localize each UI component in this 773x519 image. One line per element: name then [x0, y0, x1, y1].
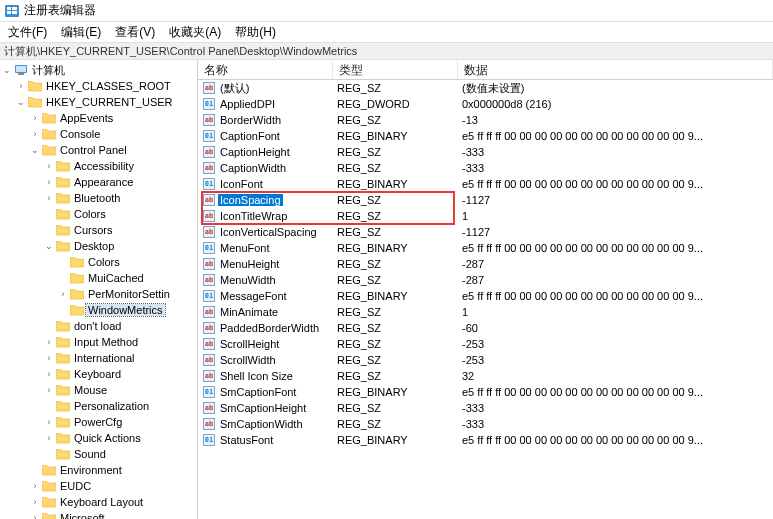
- address-bar[interactable]: 计算机\HKEY_CURRENT_USER\Control Panel\Desk…: [0, 42, 773, 60]
- chevron-icon[interactable]: ›: [44, 177, 54, 187]
- value-row[interactable]: abCaptionHeightREG_SZ-333: [198, 144, 773, 160]
- chevron-icon[interactable]: ›: [30, 513, 40, 519]
- tree-item-keyboard[interactable]: ›Keyboard: [0, 366, 197, 382]
- titlebar[interactable]: 注册表编辑器: [0, 0, 773, 22]
- tree-item-powercfg[interactable]: ›PowerCfg: [0, 414, 197, 430]
- tree-item-inputmethod[interactable]: ›Input Method: [0, 334, 197, 350]
- value-type: REG_SZ: [333, 338, 458, 350]
- value-row[interactable]: abCaptionWidthREG_SZ-333: [198, 160, 773, 176]
- column-name[interactable]: 名称: [198, 60, 333, 79]
- value-row[interactable]: abBorderWidthREG_SZ-13: [198, 112, 773, 128]
- value-row[interactable]: abIconSpacingREG_SZ-1127: [198, 192, 773, 208]
- tree-pane[interactable]: ⌄计算机›HKEY_CLASSES_ROOT⌄HKEY_CURRENT_USER…: [0, 60, 198, 519]
- list-pane[interactable]: 名称 类型 数据 ab(默认)REG_SZ(数值未设置)01AppliedDPI…: [198, 60, 773, 519]
- menu-help[interactable]: 帮助(H): [229, 23, 282, 42]
- tree-item-environment[interactable]: Environment: [0, 462, 197, 478]
- value-row[interactable]: 01MenuFontREG_BINARYe5 ff ff ff 00 00 00…: [198, 240, 773, 256]
- tree-item-accessibility[interactable]: ›Accessibility: [0, 158, 197, 174]
- chevron-icon[interactable]: ›: [44, 433, 54, 443]
- tree-item-muicached[interactable]: MuiCached: [0, 270, 197, 286]
- value-row[interactable]: ab(默认)REG_SZ(数值未设置): [198, 80, 773, 96]
- value-data: 1: [458, 306, 773, 318]
- tree-item-quickactions[interactable]: ›Quick Actions: [0, 430, 197, 446]
- chevron-icon[interactable]: ›: [30, 113, 40, 123]
- chevron-icon[interactable]: ›: [44, 385, 54, 395]
- chevron-icon[interactable]: ›: [30, 481, 40, 491]
- chevron-icon[interactable]: ›: [44, 369, 54, 379]
- chevron-icon[interactable]: ›: [44, 337, 54, 347]
- tree-item-desktop[interactable]: ⌄Desktop: [0, 238, 197, 254]
- value-row[interactable]: abShell Icon SizeREG_SZ32: [198, 368, 773, 384]
- tree-item-desktop_colors[interactable]: Colors: [0, 254, 197, 270]
- value-name: CaptionFont: [218, 130, 282, 142]
- tree-item-colors[interactable]: Colors: [0, 206, 197, 222]
- chevron-icon[interactable]: ›: [16, 81, 26, 91]
- value-row[interactable]: abSmCaptionWidthREG_SZ-333: [198, 416, 773, 432]
- menu-favorites[interactable]: 收藏夹(A): [163, 23, 227, 42]
- menu-edit[interactable]: 编辑(E): [55, 23, 107, 42]
- column-data[interactable]: 数据: [458, 60, 773, 79]
- tree-item-appevents[interactable]: ›AppEvents: [0, 110, 197, 126]
- value-row[interactable]: abPaddedBorderWidthREG_SZ-60: [198, 320, 773, 336]
- value-row[interactable]: 01MessageFontREG_BINARYe5 ff ff ff 00 00…: [198, 288, 773, 304]
- tree-item-eudc[interactable]: ›EUDC: [0, 478, 197, 494]
- menu-file[interactable]: 文件(F): [2, 23, 53, 42]
- tree-item-appearance[interactable]: ›Appearance: [0, 174, 197, 190]
- value-data: -60: [458, 322, 773, 334]
- chevron-icon[interactable]: ›: [44, 417, 54, 427]
- column-type[interactable]: 类型: [333, 60, 458, 79]
- tree-item-keyboardlayout[interactable]: ›Keyboard Layout: [0, 494, 197, 510]
- tree-item-root[interactable]: ⌄计算机: [0, 62, 197, 78]
- tree-item-bluetooth[interactable]: ›Bluetooth: [0, 190, 197, 206]
- value-row[interactable]: abScrollHeightREG_SZ-253: [198, 336, 773, 352]
- tree-item-personalization[interactable]: Personalization: [0, 398, 197, 414]
- tree-label: HKEY_CLASSES_ROOT: [44, 80, 173, 92]
- tree-item-sound[interactable]: Sound: [0, 446, 197, 462]
- tree-item-console[interactable]: ›Console: [0, 126, 197, 142]
- chevron-icon[interactable]: ›: [30, 497, 40, 507]
- value-row[interactable]: abMenuHeightREG_SZ-287: [198, 256, 773, 272]
- value-row[interactable]: abIconTitleWrapREG_SZ1: [198, 208, 773, 224]
- tree-item-cursors[interactable]: Cursors: [0, 222, 197, 238]
- value-row[interactable]: abSmCaptionHeightREG_SZ-333: [198, 400, 773, 416]
- chevron-icon[interactable]: ›: [44, 353, 54, 363]
- chevron-icon[interactable]: ›: [44, 193, 54, 203]
- tree-item-permonitor[interactable]: ›PerMonitorSettin: [0, 286, 197, 302]
- chevron-icon[interactable]: ⌄: [2, 65, 12, 75]
- value-icon: ab: [202, 225, 216, 239]
- computer-icon: [14, 64, 28, 76]
- tree-item-microsoft[interactable]: ›Microsoft: [0, 510, 197, 519]
- chevron-icon[interactable]: ›: [30, 129, 40, 139]
- value-row[interactable]: 01SmCaptionFontREG_BINARYe5 ff ff ff 00 …: [198, 384, 773, 400]
- tree-item-mouse[interactable]: ›Mouse: [0, 382, 197, 398]
- value-row[interactable]: 01IconFontREG_BINARYe5 ff ff ff 00 00 00…: [198, 176, 773, 192]
- value-row[interactable]: 01CaptionFontREG_BINARYe5 ff ff ff 00 00…: [198, 128, 773, 144]
- chevron-icon[interactable]: ›: [58, 289, 68, 299]
- value-row[interactable]: 01StatusFontREG_BINARYe5 ff ff ff 00 00 …: [198, 432, 773, 448]
- tree-label: MuiCached: [86, 272, 146, 284]
- chevron-icon[interactable]: ⌄: [30, 145, 40, 155]
- value-row[interactable]: abMinAnimateREG_SZ1: [198, 304, 773, 320]
- chevron-icon[interactable]: ⌄: [16, 97, 26, 107]
- value-type: REG_SZ: [333, 370, 458, 382]
- chevron-icon[interactable]: ›: [44, 161, 54, 171]
- folder-icon: [70, 256, 84, 268]
- value-row[interactable]: 01AppliedDPIREG_DWORD0x000000d8 (216): [198, 96, 773, 112]
- chevron-icon[interactable]: ⌄: [44, 241, 54, 251]
- value-row[interactable]: abIconVerticalSpacingREG_SZ-1127: [198, 224, 773, 240]
- value-data: 32: [458, 370, 773, 382]
- value-data: -333: [458, 162, 773, 174]
- tree-item-hkcu[interactable]: ⌄HKEY_CURRENT_USER: [0, 94, 197, 110]
- tree-item-dontload[interactable]: don't load: [0, 318, 197, 334]
- menu-view[interactable]: 查看(V): [109, 23, 161, 42]
- tree-item-hkcr[interactable]: ›HKEY_CLASSES_ROOT: [0, 78, 197, 94]
- tree-label: Desktop: [72, 240, 116, 252]
- value-name: MenuFont: [218, 242, 272, 254]
- tree-label: Keyboard: [72, 368, 123, 380]
- tree-item-controlpanel[interactable]: ⌄Control Panel: [0, 142, 197, 158]
- tree-item-windowmetrics[interactable]: WindowMetrics: [0, 302, 197, 318]
- value-name: SmCaptionWidth: [218, 418, 305, 430]
- value-row[interactable]: abScrollWidthREG_SZ-253: [198, 352, 773, 368]
- tree-item-international[interactable]: ›International: [0, 350, 197, 366]
- value-row[interactable]: abMenuWidthREG_SZ-287: [198, 272, 773, 288]
